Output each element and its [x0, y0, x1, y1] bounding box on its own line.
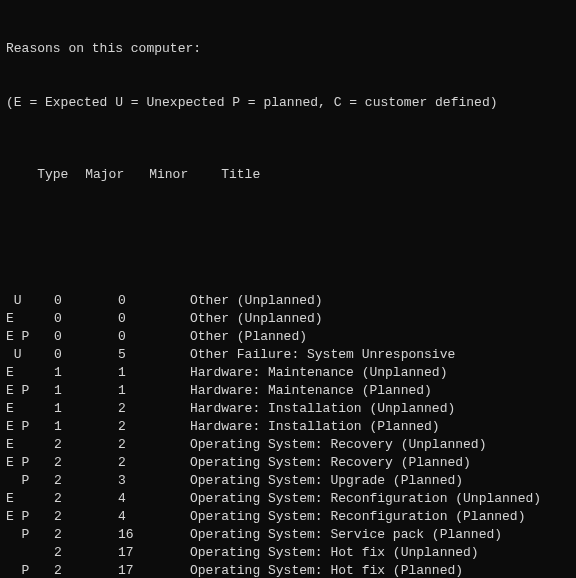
cell-major: 2	[54, 508, 118, 526]
column-headers: TypeMajorMinorTitle	[6, 148, 570, 202]
cell-minor: 2	[118, 418, 190, 436]
table-row: E22Operating System: Recovery (Unplanned…	[6, 436, 570, 454]
cell-type: E P	[6, 328, 54, 346]
rows-container: U00Other (Unplanned)E00Other (Unplanned)…	[6, 292, 570, 578]
table-row: E11Hardware: Maintenance (Unplanned)	[6, 364, 570, 382]
cell-major: 1	[54, 382, 118, 400]
cell-title: Hardware: Installation (Unplanned)	[190, 400, 455, 418]
table-row: E00Other (Unplanned)	[6, 310, 570, 328]
cell-title: Other (Unplanned)	[190, 310, 323, 328]
cell-major: 2	[54, 562, 118, 578]
terminal-output: Reasons on this computer: (E = Expected …	[0, 0, 576, 578]
cell-minor: 4	[118, 508, 190, 526]
cell-major: 2	[54, 436, 118, 454]
table-row: E P22Operating System: Recovery (Planned…	[6, 454, 570, 472]
cell-type: E	[6, 436, 54, 454]
cell-type: P	[6, 562, 54, 578]
cell-type: E P	[6, 454, 54, 472]
table-row: E P24Operating System: Reconfiguration (…	[6, 508, 570, 526]
cell-minor: 0	[118, 328, 190, 346]
col-header-minor: Minor	[149, 166, 221, 184]
cell-minor: 5	[118, 346, 190, 364]
table-row: U05Other Failure: System Unresponsive	[6, 346, 570, 364]
table-row: U00Other (Unplanned)	[6, 292, 570, 310]
table-row: P216Operating System: Service pack (Plan…	[6, 526, 570, 544]
cell-title: Operating System: Reconfiguration (Unpla…	[190, 490, 541, 508]
cell-title: Other Failure: System Unresponsive	[190, 346, 455, 364]
cell-minor: 2	[118, 400, 190, 418]
cell-minor: 2	[118, 436, 190, 454]
cell-title: Hardware: Installation (Planned)	[190, 418, 440, 436]
cell-title: Operating System: Service pack (Planned)	[190, 526, 502, 544]
cell-minor: 0	[118, 310, 190, 328]
header-line-1: Reasons on this computer:	[6, 40, 570, 58]
cell-major: 1	[54, 400, 118, 418]
cell-major: 1	[54, 364, 118, 382]
cell-major: 0	[54, 292, 118, 310]
cell-type: P	[6, 472, 54, 490]
cell-minor: 17	[118, 562, 190, 578]
cell-title: Other (Planned)	[190, 328, 307, 346]
col-header-title: Title	[221, 166, 260, 184]
cell-major: 2	[54, 526, 118, 544]
cell-major: 2	[54, 544, 118, 562]
cell-title: Operating System: Recovery (Planned)	[190, 454, 471, 472]
table-row: E12Hardware: Installation (Unplanned)	[6, 400, 570, 418]
cell-major: 0	[54, 328, 118, 346]
cell-title: Operating System: Recovery (Unplanned)	[190, 436, 486, 454]
col-header-type: Type	[37, 166, 85, 184]
cell-minor: 0	[118, 292, 190, 310]
cell-major: 2	[54, 490, 118, 508]
cell-minor: 1	[118, 382, 190, 400]
cell-type: E	[6, 400, 54, 418]
header-legend: (E = Expected U = Unexpected P = planned…	[6, 94, 570, 112]
cell-type: P	[6, 526, 54, 544]
cell-major: 0	[54, 310, 118, 328]
table-row: 217Operating System: Hot fix (Unplanned)	[6, 544, 570, 562]
cell-type: E P	[6, 382, 54, 400]
table-row: P23Operating System: Upgrade (Planned)	[6, 472, 570, 490]
cell-major: 2	[54, 454, 118, 472]
cell-type: E	[6, 364, 54, 382]
cell-title: Operating System: Hot fix (Unplanned)	[190, 544, 479, 562]
cell-major: 0	[54, 346, 118, 364]
table-row: P217Operating System: Hot fix (Planned)	[6, 562, 570, 578]
cell-minor: 16	[118, 526, 190, 544]
cell-major: 2	[54, 472, 118, 490]
cell-title: Hardware: Maintenance (Unplanned)	[190, 364, 447, 382]
table-row: E P11Hardware: Maintenance (Planned)	[6, 382, 570, 400]
cell-type: E	[6, 310, 54, 328]
table-row: E24Operating System: Reconfiguration (Un…	[6, 490, 570, 508]
cell-minor: 4	[118, 490, 190, 508]
blank-line	[6, 238, 570, 256]
cell-minor: 3	[118, 472, 190, 490]
cell-minor: 1	[118, 364, 190, 382]
cell-minor: 2	[118, 454, 190, 472]
cell-type: E P	[6, 508, 54, 526]
cell-type: U	[6, 346, 54, 364]
cell-minor: 17	[118, 544, 190, 562]
cell-title: Operating System: Hot fix (Planned)	[190, 562, 463, 578]
cell-title: Hardware: Maintenance (Planned)	[190, 382, 432, 400]
cell-title: Other (Unplanned)	[190, 292, 323, 310]
table-row: E P12Hardware: Installation (Planned)	[6, 418, 570, 436]
cell-type: E	[6, 490, 54, 508]
cell-type: E P	[6, 418, 54, 436]
cell-major: 1	[54, 418, 118, 436]
col-header-major: Major	[85, 166, 149, 184]
cell-type: U	[6, 292, 54, 310]
cell-title: Operating System: Reconfiguration (Plann…	[190, 508, 525, 526]
table-row: E P00Other (Planned)	[6, 328, 570, 346]
cell-title: Operating System: Upgrade (Planned)	[190, 472, 463, 490]
